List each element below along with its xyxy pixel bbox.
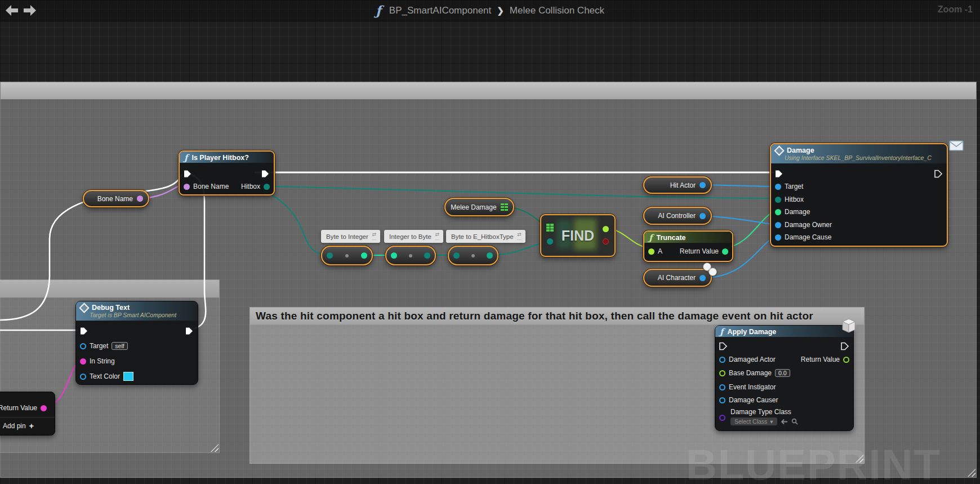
function-node-is-player-hitbox[interactable]: ƒ Is Player Hitbox? Bone Name Hitbox: [179, 150, 275, 196]
pin-label: Hitbox: [785, 196, 804, 203]
object-output-pin[interactable]: [700, 182, 706, 188]
center-dot: [409, 254, 412, 257]
add-pin-button[interactable]: Add pin +: [3, 421, 34, 430]
variable-node-ai-controller[interactable]: AI Controller: [643, 207, 712, 225]
tooltip-byte-to-integer: Byte to Integer ⇄…: [321, 230, 380, 243]
comment-resize-handle[interactable]: [211, 444, 219, 452]
pin-return-value[interactable]: Return Value: [801, 355, 849, 364]
blueprint-editor-canvas[interactable]: Was the hit component a hit box and retu…: [0, 0, 980, 484]
comment-resize-handle[interactable]: [968, 469, 975, 477]
input-pin[interactable]: [453, 252, 460, 259]
pin-text-color[interactable]: Text Color: [80, 372, 133, 381]
pin-damaged-actor[interactable]: Damaged Actor: [719, 355, 776, 364]
pin-target[interactable]: Target: [775, 182, 803, 191]
forward-arrow-button[interactable]: [23, 3, 37, 17]
node-header[interactable]: Damage Using Interface SKEL_BP_SurvivalI…: [771, 144, 947, 163]
conversion-icon: ⇄…: [517, 233, 522, 241]
pin-in-string[interactable]: In String: [80, 357, 115, 366]
mouse-cursor: [709, 268, 717, 276]
interface-message-icon: [948, 139, 964, 152]
node-header[interactable]: Debug Text Target is BP Smart AIComponen…: [76, 301, 198, 321]
zoom-level-indicator: Zoom -1: [938, 5, 973, 15]
event-diamond-icon: [774, 145, 784, 156]
event-node-debug-text[interactable]: Debug Text Target is BP Smart AIComponen…: [75, 301, 198, 385]
comment-header-outer[interactable]: [1, 82, 976, 99]
breadcrumb-root[interactable]: BP_SmartAIComponent: [389, 5, 491, 16]
exec-out-pin[interactable]: [261, 169, 270, 178]
callable-cube-icon: [840, 317, 857, 334]
pin-label: Target: [785, 183, 803, 190]
base-damage-input[interactable]: 0.0: [775, 369, 790, 377]
exec-in-pin[interactable]: [80, 326, 88, 335]
function-node-truncate[interactable]: ƒ Truncate A Return Value: [643, 230, 733, 262]
input-pin[interactable]: [327, 252, 333, 259]
pin-damage-cause[interactable]: Damage Cause: [775, 233, 831, 242]
back-arrow-button[interactable]: [5, 3, 19, 17]
comment-header-left[interactable]: [0, 280, 219, 297]
target-self-value[interactable]: self: [112, 342, 127, 350]
exec-in-pin[interactable]: [184, 169, 192, 178]
pin-label: Base Damage: [729, 369, 772, 377]
pin-hitbox[interactable]: Hitbox: [775, 195, 804, 204]
object-output-pin[interactable]: [700, 213, 706, 219]
function-icon: ƒ: [720, 328, 723, 335]
pin-target[interactable]: Target self: [80, 341, 128, 350]
variable-node-hit-actor[interactable]: Hit Actor: [643, 176, 712, 194]
pin-damage[interactable]: Damage: [775, 207, 810, 216]
conversion-node-integer-to-byte[interactable]: [385, 246, 436, 265]
pin-label: Damage Type Class: [730, 408, 791, 416]
comment-title-main[interactable]: Was the hit component a hit box and retu…: [250, 308, 864, 325]
pin-label: Damage Owner: [785, 221, 832, 229]
tooltip-byte-to-e-hitboxtype: Byte to E_HitboxType ⇄…: [446, 230, 525, 243]
exec-out-pin[interactable]: [841, 341, 849, 350]
node-header[interactable]: ƒ Apply Damage: [715, 326, 853, 337]
select-class-row[interactable]: Select Class ▾: [730, 417, 798, 426]
map-find-node[interactable]: FIND: [540, 214, 616, 257]
select-class-dropdown[interactable]: Select Class ▾: [730, 418, 777, 425]
map-pin-icon[interactable]: [501, 203, 508, 211]
object-output-pin[interactable]: [700, 275, 706, 281]
found-output-pin[interactable]: [603, 237, 609, 246]
exec-in-pin[interactable]: [775, 169, 783, 178]
value-output-pin[interactable]: [603, 224, 609, 233]
node-header[interactable]: ƒ Truncate: [644, 232, 732, 243]
output-pin[interactable]: [361, 252, 367, 259]
pin-label: Damage: [785, 208, 810, 216]
event-node-damage[interactable]: Damage Using Interface SKEL_BP_SurvivalI…: [770, 143, 948, 247]
conversion-node-byte-to-integer[interactable]: [321, 246, 373, 265]
key-input-pin[interactable]: [547, 237, 553, 246]
pin-event-instigator[interactable]: Event Instigator: [719, 383, 776, 392]
output-pin[interactable]: [487, 252, 493, 259]
pin-return-value[interactable]: Return Value: [680, 247, 728, 256]
exec-in-pin[interactable]: [719, 341, 728, 350]
pin-damage-type-class[interactable]: [719, 415, 725, 421]
use-asset-arrow-icon[interactable]: [781, 419, 788, 425]
pin-label: Hitbox: [241, 183, 260, 190]
variable-node-bone-name[interactable]: Bone Name: [83, 190, 149, 207]
name-output-pin[interactable]: [137, 196, 143, 202]
map-input-pin[interactable]: [546, 223, 554, 232]
pin-base-damage[interactable]: Base Damage 0.0: [719, 368, 790, 378]
variable-node-melee-damage[interactable]: Melee Damage: [444, 198, 514, 216]
function-node-apply-damage[interactable]: ƒ Apply Damage Damaged Actor Return Valu…: [715, 325, 854, 431]
pin-a[interactable]: A: [648, 247, 662, 256]
node-return-value-partial[interactable]: Return Value Add pin +: [0, 392, 55, 436]
variable-node-ai-character[interactable]: AI Character: [643, 269, 712, 287]
color-swatch[interactable]: [123, 372, 133, 381]
input-pin[interactable]: [391, 252, 397, 259]
exec-out-pin[interactable]: [934, 169, 943, 178]
pin-label: A: [658, 247, 662, 255]
node-header[interactable]: ƒ Is Player Hitbox?: [180, 152, 274, 163]
output-pin[interactable]: [424, 252, 430, 259]
pin-return-value[interactable]: Return Value: [0, 403, 47, 412]
conversion-node-byte-to-e-hitboxtype[interactable]: [448, 246, 498, 265]
exec-out-pin[interactable]: [185, 326, 194, 335]
function-graph-icon: ƒ: [376, 3, 381, 18]
pin-damage-owner[interactable]: Damage Owner: [775, 220, 832, 229]
pin-hitbox[interactable]: Hitbox: [241, 182, 270, 191]
breadcrumb-leaf[interactable]: Melee Collision Check: [510, 5, 604, 16]
browse-magnifier-icon[interactable]: [791, 418, 798, 425]
pin-damage-causer[interactable]: Damage Causer: [719, 396, 778, 405]
plus-icon: +: [29, 421, 34, 430]
pin-bone-name[interactable]: Bone Name: [184, 182, 229, 191]
